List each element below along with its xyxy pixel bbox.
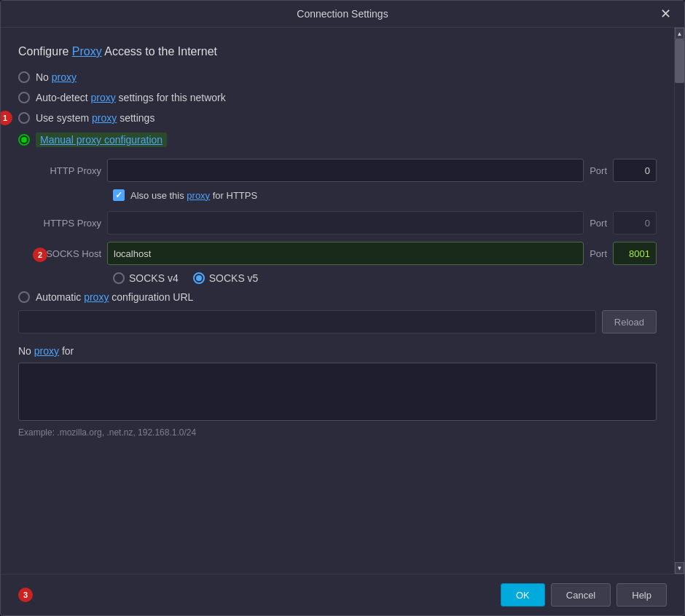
http-proxy-input[interactable] (107, 159, 584, 182)
no-proxy-label: No proxy for (18, 345, 657, 357)
socks-v4-option[interactable]: SOCKS v4 (113, 272, 179, 284)
http-port-input[interactable] (613, 159, 657, 182)
socks-host-row: SOCKS Host Port (36, 242, 657, 265)
badge-3: 3 (18, 588, 33, 602)
socks-v5-label: SOCKS v5 (209, 272, 259, 284)
http-proxy-label: HTTP Proxy (36, 165, 101, 176)
scroll-down-arrow[interactable]: ▼ (675, 562, 684, 574)
proxy-radio-group: No proxy Auto-detect proxy settings for … (18, 71, 657, 147)
https-port-input[interactable] (613, 211, 657, 234)
cancel-button[interactable]: Cancel (551, 583, 611, 607)
titlebar: Connection Settings ✕ (1, 1, 684, 28)
radio-auto-detect[interactable]: Auto-detect proxy settings for this netw… (18, 92, 657, 103)
socks-v5-option[interactable]: SOCKS v5 (193, 272, 259, 284)
badge-2: 2 (33, 248, 47, 262)
auto-proxy-url-row: Reload (18, 310, 657, 333)
help-button[interactable]: Help (616, 583, 667, 607)
badge-1: 1 (1, 111, 12, 125)
socks-v4-label: SOCKS v4 (129, 272, 179, 284)
title-proxy-highlight: Proxy (72, 45, 102, 58)
http-proxy-row: HTTP Proxy Port (36, 159, 657, 182)
socks-v5-dot[interactable] (193, 272, 205, 284)
ok-button[interactable]: OK (501, 583, 545, 607)
auto-proxy-section: Automatic proxy configuration URL Reload (18, 291, 657, 333)
radio-manual-proxy[interactable]: Manual proxy configuration (18, 133, 657, 147)
scroll-up-arrow[interactable]: ▲ (675, 28, 684, 39)
dialog-title: Connection Settings (297, 8, 388, 20)
scrollbar[interactable]: ▲ ▼ (674, 28, 684, 574)
scroll-thumb[interactable] (675, 39, 684, 83)
section-title: Configure Proxy Access to the Internet (18, 45, 657, 58)
socks-port-label: Port (590, 248, 607, 259)
no-proxy-section: No proxy for Example: .mozilla.org, .net… (18, 345, 657, 438)
socks-section: 2 SOCKS Host Port (36, 242, 657, 265)
http-port-label: Port (590, 165, 607, 176)
radio-auto-proxy[interactable]: Automatic proxy configuration URL (18, 291, 657, 303)
radio-no-proxy[interactable]: No proxy (18, 71, 657, 83)
title-text-before: Configure (18, 45, 72, 58)
https-proxy-label: HTTPS Proxy (36, 218, 101, 229)
socks-host-input[interactable] (107, 242, 584, 265)
checkbox-check-icon: ✓ (115, 190, 122, 200)
radio-auto-detect-label: Auto-detect proxy settings for this netw… (36, 92, 226, 103)
close-button[interactable]: ✕ (655, 4, 676, 24)
https-checkbox-row: ✓ Also use this proxy for HTTPS (113, 189, 657, 201)
auto-proxy-url-input[interactable] (18, 310, 596, 333)
socks-v4-dot[interactable] (113, 272, 125, 284)
radio-auto-proxy-dot[interactable] (18, 291, 30, 303)
no-proxy-textarea[interactable] (18, 363, 657, 421)
manual-proxy-form: HTTP Proxy Port ✓ Also use this proxy fo… (36, 159, 657, 284)
content-area: Configure Proxy Access to the Internet N… (1, 28, 684, 574)
https-checkbox[interactable]: ✓ (113, 189, 125, 201)
main-content: Configure Proxy Access to the Internet N… (1, 28, 674, 574)
radio-system-proxy-dot[interactable] (18, 112, 30, 124)
https-port-label: Port (590, 218, 607, 229)
dialog-footer: 3 OK Cancel Help (1, 574, 684, 615)
title-text-after: Access to the Internet (102, 45, 217, 58)
reload-button[interactable]: Reload (602, 310, 657, 333)
https-proxy-input[interactable] (107, 211, 584, 234)
https-proxy-row: HTTPS Proxy Port (36, 211, 657, 234)
radio-manual-proxy-label: Manual proxy configuration (36, 133, 167, 147)
no-proxy-example: Example: .mozilla.org, .net.nz, 192.168.… (18, 427, 657, 438)
radio-auto-detect-dot[interactable] (18, 92, 30, 103)
scroll-track[interactable] (675, 39, 684, 562)
radio-manual-proxy-dot[interactable] (18, 134, 30, 146)
radio-no-proxy-label: No proxy (36, 71, 77, 83)
radio-system-proxy[interactable]: 1 Use system proxy settings (18, 112, 657, 124)
https-checkbox-label: Also use this proxy for HTTPS (130, 190, 257, 201)
socks-version-row: SOCKS v4 SOCKS v5 (113, 272, 657, 284)
radio-no-proxy-dot[interactable] (18, 71, 30, 83)
radio-auto-proxy-label: Automatic proxy configuration URL (36, 291, 193, 303)
radio-system-proxy-label: Use system proxy settings (36, 112, 154, 124)
socks-port-input[interactable] (613, 242, 657, 265)
connection-settings-dialog: Connection Settings ✕ Configure Proxy Ac… (0, 0, 685, 616)
